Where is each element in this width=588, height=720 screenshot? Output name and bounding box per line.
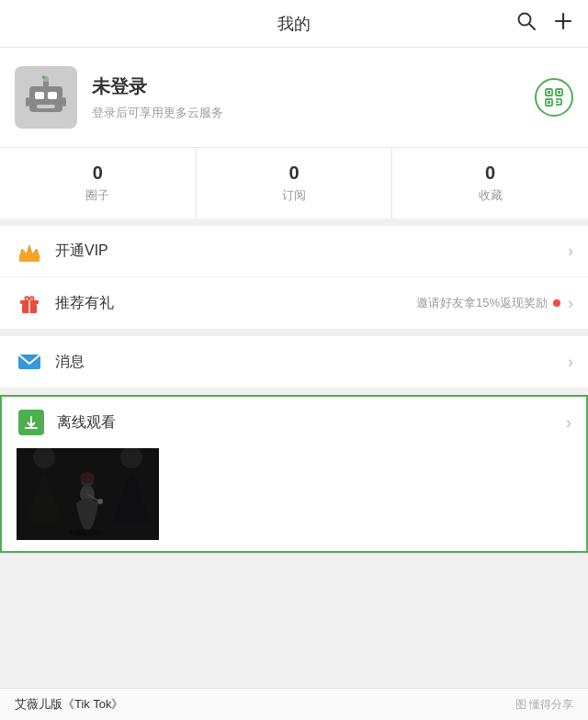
gift-icon	[15, 288, 44, 318]
recommend-chevron: ›	[568, 294, 573, 313]
svg-rect-10	[26, 97, 29, 107]
message-icon	[15, 347, 44, 377]
circles-count: 0	[93, 163, 103, 184]
message-label: 消息	[55, 353, 568, 372]
favorites-label: 收藏	[479, 187, 503, 204]
svg-rect-17	[548, 101, 550, 104]
vip-icon	[15, 237, 44, 266]
vip-chevron: ›	[568, 242, 573, 261]
avatar	[15, 66, 77, 129]
menu-item-vip[interactable]: 开通VIP ›	[0, 226, 588, 277]
menu-section-2: 消息 ›	[0, 336, 588, 388]
recommend-badge: 邀请好友拿15%返现奖励	[416, 295, 560, 311]
menu-item-recommend[interactable]: 推荐有礼 邀请好友拿15%返现奖励 ›	[0, 277, 588, 329]
menu-item-message[interactable]: 消息 ›	[0, 336, 588, 388]
subscriptions-count: 0	[288, 163, 299, 184]
svg-rect-5	[35, 92, 44, 99]
add-icon[interactable]	[553, 11, 573, 37]
favorites-count: 0	[485, 163, 495, 184]
header: 我的	[0, 0, 588, 48]
svg-rect-6	[48, 92, 57, 99]
offline-content	[2, 448, 586, 551]
svg-point-37	[80, 472, 95, 483]
profile-name: 未登录	[92, 74, 573, 99]
menu-section-1: 开通VIP › 推荐有礼 邀请好友拿15%返现奖励 ›	[0, 226, 588, 329]
svg-rect-7	[37, 105, 55, 108]
video-thumb-inner	[17, 448, 159, 540]
offline-header[interactable]: 离线观看 ›	[2, 397, 586, 448]
qr-button[interactable]	[535, 78, 573, 117]
stat-circles[interactable]: 0 圈子	[0, 148, 197, 219]
svg-point-40	[69, 529, 106, 536]
subscriptions-label: 订阅	[282, 187, 306, 204]
recommend-sub: 邀请好友拿15%返现奖励	[416, 295, 548, 311]
offline-label: 离线观看	[57, 413, 566, 433]
recommend-label: 推荐有礼	[55, 294, 416, 313]
svg-rect-15	[548, 91, 550, 94]
red-dot	[553, 299, 560, 307]
stat-favorites[interactable]: 0 收藏	[392, 148, 588, 219]
vip-label: 开通VIP	[55, 242, 568, 261]
stats-row: 0 圈子 0 订阅 0 收藏	[0, 147, 588, 226]
message-chevron: ›	[568, 353, 573, 372]
header-title: 我的	[277, 13, 311, 35]
svg-marker-22	[19, 245, 40, 258]
video-thumbnail[interactable]	[17, 448, 159, 540]
caption-text: 艾薇儿版《Tik Tok》	[15, 696, 123, 713]
offline-section: 离线观看 ›	[0, 395, 588, 553]
bottom-logo: 图 懂得分享	[515, 697, 573, 713]
circles-label: 圈子	[85, 187, 109, 204]
profile-subtitle: 登录后可享用更多云服务	[92, 105, 573, 121]
svg-rect-23	[19, 258, 40, 262]
offline-chevron: ›	[566, 413, 571, 433]
profile-info: 未登录 登录后可享用更多云服务	[92, 74, 573, 121]
download-icon	[17, 408, 46, 437]
bottom-caption: 艾薇儿版《Tik Tok》 图 懂得分享	[0, 688, 588, 720]
search-icon[interactable]	[516, 11, 537, 37]
profile-section[interactable]: 未登录 登录后可享用更多云服务	[0, 48, 588, 147]
svg-rect-16	[558, 91, 560, 94]
svg-rect-11	[62, 97, 66, 107]
svg-line-1	[529, 24, 535, 29]
header-actions	[516, 11, 573, 37]
stat-subscriptions[interactable]: 0 订阅	[197, 148, 393, 219]
